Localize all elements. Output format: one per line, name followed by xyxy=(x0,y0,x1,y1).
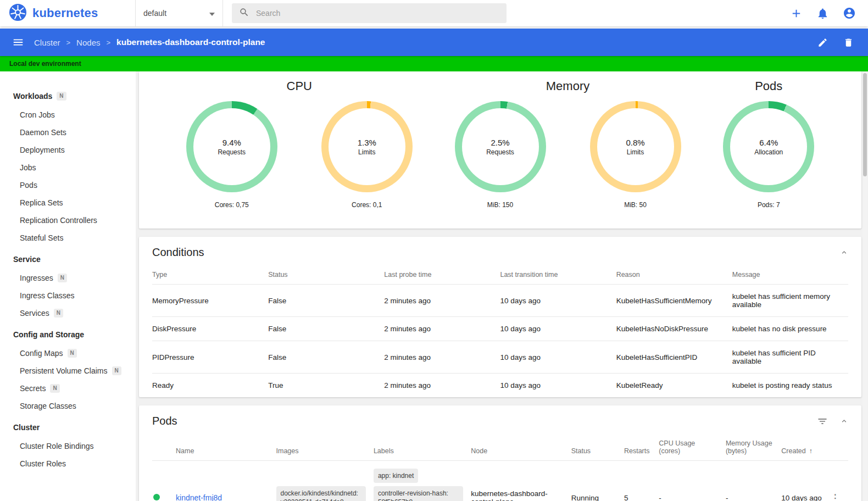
condition-cell: 10 days ago xyxy=(500,317,616,341)
chart-group-title: Memory xyxy=(546,79,589,93)
donut-center: 1.3%Limits xyxy=(329,108,405,185)
sidebar-item-config-maps[interactable]: Config MapsN xyxy=(0,344,136,362)
namespace-select[interactable]: default xyxy=(135,0,223,26)
column-header-message: Message xyxy=(732,265,848,285)
condition-cell: KubeletHasSufficientMemory xyxy=(616,285,732,317)
sidebar-item-replica-sets[interactable]: Replica Sets xyxy=(0,194,136,211)
sidebar-item-secrets[interactable]: SecretsN xyxy=(0,380,136,397)
sidebar-item-cron-jobs[interactable]: Cron Jobs xyxy=(0,106,136,124)
column-header-label: Status xyxy=(571,447,591,455)
sidebar-item-storage-classes[interactable]: Storage Classes xyxy=(0,397,136,415)
image-chip: docker.io/kindest/kindnetd:v20230511-dc7… xyxy=(276,486,366,501)
filter-icon-button[interactable] xyxy=(817,416,828,427)
gauge-percent-value: 2.5% xyxy=(491,138,509,147)
column-header-last-transition-time: Last transition time xyxy=(500,265,616,285)
gauge-caption: MiB: 150 xyxy=(487,201,513,209)
condition-cell: 10 days ago xyxy=(500,374,616,398)
conditions-body: MemoryPressureFalse2 minutes ago10 days … xyxy=(152,285,848,398)
gauge-cpu-limits: 1.3%LimitsCores: 0,1 xyxy=(312,101,422,209)
sidebar-section-label: Service xyxy=(13,255,41,264)
create-resource-button[interactable] xyxy=(790,7,803,20)
breadcrumb-link-nodes[interactable]: Nodes xyxy=(76,38,100,47)
condition-cell: 10 days ago xyxy=(500,341,616,374)
donut-chart: 6.4%Allocation xyxy=(723,101,814,192)
scrollbar-thumb[interactable] xyxy=(863,73,867,176)
sidebar-item-jobs[interactable]: Jobs xyxy=(0,159,136,176)
sidebar-item-replication-controllers[interactable]: Replication Controllers xyxy=(0,211,136,229)
pod-status-ok-icon xyxy=(153,494,160,500)
notifications-bell-button[interactable] xyxy=(816,7,829,20)
edit-resource-button[interactable] xyxy=(817,37,828,48)
column-header-label: Restarts xyxy=(624,447,650,455)
column-header-label: CPU Usage (cores) xyxy=(659,439,695,455)
sort-ascending-icon[interactable]: ↑ xyxy=(809,447,813,455)
column-header-created[interactable]: Created↑ xyxy=(781,434,830,461)
sidebar-item-persistent-volume-claims[interactable]: Persistent Volume ClaimsN xyxy=(0,362,136,380)
sidebar-section-workloads[interactable]: WorkloadsN xyxy=(0,86,136,106)
search-bar xyxy=(232,3,507,23)
label-chip-stack: app: kindnetcontroller-revision-hash: 58… xyxy=(374,469,463,501)
delete-resource-button[interactable] xyxy=(843,37,854,48)
breadcrumb: Cluster > Nodes > kubernetes-dashboard-c… xyxy=(34,37,265,47)
sidebar-item-pods[interactable]: Pods xyxy=(0,176,136,194)
sidebar-item-label: Replica Sets xyxy=(20,198,63,207)
gauge-cpu-requests: 9.4%RequestsCores: 0,75 xyxy=(177,101,287,209)
collapse-pods-button[interactable] xyxy=(840,417,848,425)
search-icon xyxy=(239,7,249,20)
breadcrumb-link-cluster[interactable]: Cluster xyxy=(34,38,60,47)
scrollbar-track[interactable] xyxy=(863,72,867,501)
gauge-memory-limits: 0.8%LimitsMiB: 50 xyxy=(581,101,691,209)
top-actions xyxy=(790,7,859,20)
namespace-value: default xyxy=(143,9,166,18)
condition-row: DiskPressureFalse2 minutes ago10 days ag… xyxy=(152,317,848,341)
main-content: CPU9.4%RequestsCores: 0,751.3%LimitsCore… xyxy=(136,71,868,501)
gauge-label: Requests xyxy=(218,148,246,156)
sidebar-item-cluster-role-bindings[interactable]: Cluster Role Bindings xyxy=(0,437,136,455)
breadcrumb-separator: > xyxy=(66,38,71,47)
collapse-conditions-button[interactable] xyxy=(840,248,848,257)
sidebar-item-ingress-classes[interactable]: Ingress Classes xyxy=(0,287,136,304)
sidebar-item-cluster-roles[interactable]: Cluster Roles xyxy=(0,455,136,472)
account-circle-button[interactable] xyxy=(843,7,856,20)
pod-node-cell: kubernetes-dashboard-control-plane xyxy=(471,461,571,501)
conditions-card: Conditions TypeStatusLast probe timeLast… xyxy=(139,237,861,397)
sidebar-item-label: Pods xyxy=(20,181,37,190)
breadcrumb-bar: Cluster > Nodes > kubernetes-dashboard-c… xyxy=(0,29,868,56)
sidebar-section-service[interactable]: Service xyxy=(0,249,136,269)
sidebar-nav: WorkloadsNCron JobsDaemon SetsDeployment… xyxy=(0,71,136,501)
sidebar-item-services[interactable]: ServicesN xyxy=(0,304,136,322)
pods-table: NameImagesLabelsNodeStatusRestartsCPU Us… xyxy=(152,434,848,501)
sidebar-section-cluster[interactable]: Cluster xyxy=(0,417,136,437)
sidebar-item-label: Jobs xyxy=(20,163,36,172)
sidebar-item-daemon-sets[interactable]: Daemon Sets xyxy=(0,124,136,141)
pod-actions-menu-button[interactable]: ⋮ xyxy=(830,493,841,501)
donut-center: 6.4%Allocation xyxy=(730,108,807,185)
sidebar-item-ingresses[interactable]: IngressesN xyxy=(0,269,136,287)
sidebar-item-label: Deployments xyxy=(20,146,65,154)
condition-cell: 2 minutes ago xyxy=(384,341,500,374)
sidebar-item-label: Replication Controllers xyxy=(20,216,97,225)
sidebar-item-deployments[interactable]: Deployments xyxy=(0,141,136,159)
condition-cell: 2 minutes ago xyxy=(384,285,500,317)
pods-title: Pods xyxy=(152,415,805,427)
donut-center: 2.5%Requests xyxy=(462,108,539,185)
sidebar-section-label: Cluster xyxy=(13,423,40,432)
condition-cell: kubelet has no disk pressure xyxy=(732,317,848,341)
breadcrumb-current: kubernetes-dashboard-control-plane xyxy=(116,37,265,47)
breadcrumb-separator: > xyxy=(106,38,110,47)
search-input[interactable] xyxy=(256,9,499,18)
image-chip-stack: docker.io/kindest/kindnetd:v20230511-dc7… xyxy=(276,486,366,501)
conditions-header-row: TypeStatusLast probe timeLast transition… xyxy=(152,265,848,285)
condition-cell: KubeletHasNoDiskPressure xyxy=(616,317,732,341)
sidebar-section-config-and-storage[interactable]: Config and Storage xyxy=(0,325,136,344)
sidebar-item-label: Cluster Roles xyxy=(20,459,66,468)
sidebar-item-label: Cluster Role Bindings xyxy=(20,442,94,450)
kubernetes-logo[interactable]: kubernetes xyxy=(9,3,135,24)
condition-cell: True xyxy=(268,374,384,398)
condition-cell: Ready xyxy=(152,374,268,398)
menu-hamburger-button[interactable] xyxy=(12,36,24,48)
sidebar-item-stateful-sets[interactable]: Stateful Sets xyxy=(0,229,136,247)
environment-banner: Local dev environment xyxy=(0,56,868,71)
gauge-percent-value: 1.3% xyxy=(358,138,376,147)
pod-name-link[interactable]: kindnet-fmj8d xyxy=(176,493,222,501)
